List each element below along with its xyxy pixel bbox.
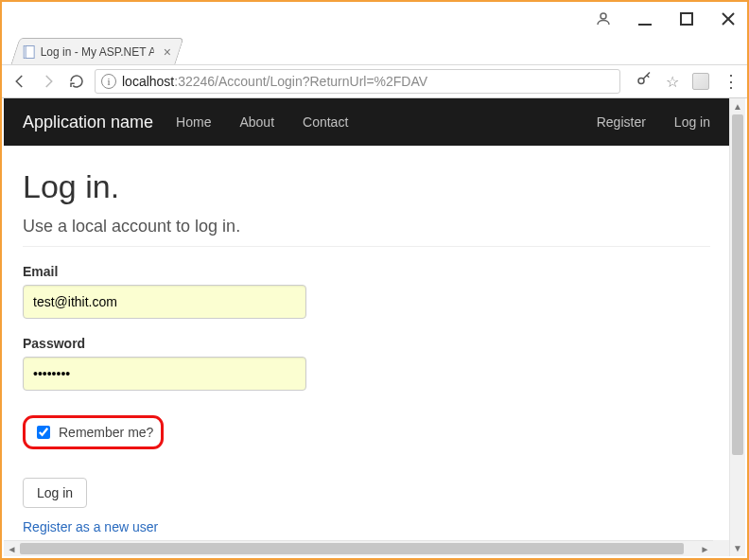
address-bar[interactable]: i localhost:32246/Account/Login?ReturnUr… [95,69,620,94]
password-label: Password [23,336,710,351]
svg-point-5 [638,79,644,84]
vertical-scrollbar[interactable]: ▲ ▼ [729,98,745,556]
browser-toolbar: i localhost:32246/Account/Login?ReturnUr… [2,64,747,98]
horizontal-scrollbar[interactable]: ◄ ► [4,540,713,556]
nav-link-home[interactable]: Home [176,114,211,130]
password-field[interactable] [23,357,306,391]
browser-tab[interactable]: Log in - My ASP.NET App × [10,38,183,64]
hscroll-thumb[interactable] [20,543,684,554]
site-navbar: Application name Home About Contact Regi… [4,98,729,146]
window-maximize-icon[interactable] [675,8,698,30]
url-text: localhost:32246/Account/Login?ReturnUrl=… [122,74,427,89]
window-close-icon[interactable] [717,8,740,30]
bookmark-icon[interactable]: ☆ [666,73,679,91]
scroll-up-icon[interactable]: ▲ [730,98,745,114]
reload-button[interactable] [66,71,87,92]
site-info-icon[interactable]: i [101,74,116,89]
nav-link-contact[interactable]: Contact [303,114,348,130]
chrome-menu-icon[interactable]: ⋮ [723,71,740,92]
forward-button [38,71,59,92]
save-password-icon[interactable] [636,71,653,92]
chrome-user-icon[interactable] [592,8,615,30]
remember-me-label: Remember me? [59,425,153,440]
nav-link-login[interactable]: Log in [674,114,710,130]
tab-title: Log in - My ASP.NET App [41,45,154,59]
back-button[interactable] [9,71,30,92]
remember-me-highlight: Remember me? [23,415,164,449]
scroll-right-icon[interactable]: ► [697,541,713,556]
window-minimize-icon[interactable] [634,8,656,30]
register-link[interactable]: Register as a new user [23,519,158,534]
email-field[interactable] [23,285,306,319]
svg-point-0 [601,13,606,19]
nav-link-register[interactable]: Register [597,114,646,130]
email-label: Email [23,264,710,279]
svg-rect-2 [681,13,692,25]
page-content: Application name Home About Contact Regi… [4,98,729,556]
login-button[interactable]: Log in [23,478,87,508]
scroll-left-icon[interactable]: ◄ [4,541,20,556]
page-heading: Log in. [23,168,710,205]
window-titlebar [2,2,747,36]
nav-link-about[interactable]: About [239,114,274,130]
page-subheading: Use a local account to log in. [23,217,710,247]
browser-tabbar: Log in - My ASP.NET App × [2,36,747,64]
tab-close-icon[interactable]: × [164,44,171,60]
scroll-corner [713,540,729,556]
vscroll-thumb[interactable] [732,114,743,455]
tab-favicon [22,45,35,59]
remember-me-checkbox[interactable] [37,426,50,439]
navbar-brand[interactable]: Application name [23,113,153,132]
scroll-down-icon[interactable]: ▼ [730,540,745,556]
extension-icon[interactable] [692,73,709,90]
